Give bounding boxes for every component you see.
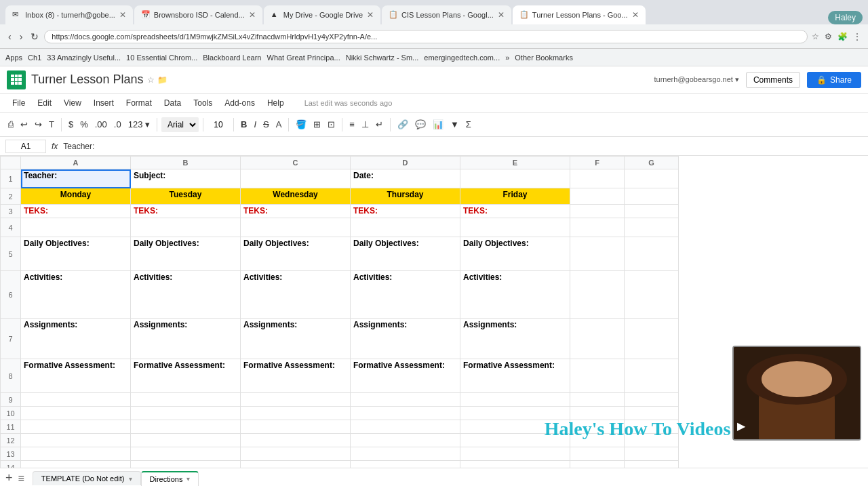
link-button[interactable]: 🔗 bbox=[395, 117, 411, 131]
cell-g2[interactable] bbox=[625, 188, 679, 205]
cell-a5[interactable]: Daily Objectives: bbox=[21, 237, 131, 271]
redo-button[interactable]: ↪ bbox=[32, 117, 45, 131]
col-header-a[interactable]: A bbox=[21, 157, 131, 169]
cell-b8[interactable]: Formative Assessment: bbox=[131, 359, 241, 393]
print-button[interactable]: ⎙ bbox=[5, 117, 16, 131]
cell-d4[interactable] bbox=[351, 218, 460, 237]
cell-g1[interactable] bbox=[625, 169, 679, 188]
menu-format[interactable]: Format bbox=[121, 97, 157, 109]
filter-button[interactable]: ▼ bbox=[448, 117, 462, 131]
cell-a9[interactable] bbox=[21, 393, 131, 407]
menu-data[interactable]: Data bbox=[159, 97, 186, 109]
col-header-f[interactable]: F bbox=[570, 157, 625, 169]
cell-d5[interactable]: Daily Objectives: bbox=[351, 237, 460, 271]
cell-e1[interactable] bbox=[460, 169, 570, 188]
borders-button[interactable]: ⊞ bbox=[311, 117, 323, 131]
menu-view[interactable]: View bbox=[58, 97, 87, 109]
cell-g8[interactable] bbox=[625, 359, 679, 393]
cell-f5[interactable] bbox=[570, 237, 625, 271]
folder-icon[interactable]: 📁 bbox=[157, 75, 167, 85]
cell-g3[interactable] bbox=[625, 205, 679, 218]
menu-file[interactable]: File bbox=[7, 97, 31, 109]
tab-drive[interactable]: ▲ My Drive - Google Drive ✕ bbox=[264, 5, 380, 24]
format-number-button[interactable]: 123 ▾ bbox=[125, 117, 153, 131]
cell-c5[interactable]: Daily Objectives: bbox=[241, 237, 351, 271]
extensions-icon[interactable]: 🧩 bbox=[836, 30, 849, 43]
template-tab-dropdown[interactable]: ▾ bbox=[129, 475, 132, 483]
sheet-list-button[interactable]: ≡ bbox=[18, 472, 24, 485]
tab-close-inbox[interactable]: ✕ bbox=[115, 10, 126, 20]
menu-icon[interactable]: ⋮ bbox=[852, 30, 863, 43]
cell-g6[interactable] bbox=[625, 271, 679, 319]
cell-c6[interactable]: Activities: bbox=[241, 271, 351, 319]
tab-turner[interactable]: 📋 Turner Lesson Plans - Goo... ✕ bbox=[513, 5, 646, 24]
fill-color-button[interactable]: 🪣 bbox=[293, 117, 309, 131]
formula-input[interactable]: Teacher: bbox=[63, 142, 863, 151]
function-button[interactable]: Σ bbox=[463, 117, 474, 131]
cell-e4[interactable] bbox=[460, 218, 570, 237]
cell-c2[interactable]: Wednesday bbox=[241, 188, 351, 205]
cell-f7[interactable] bbox=[570, 319, 625, 359]
add-sheet-button[interactable]: + bbox=[5, 471, 13, 485]
bookmark-icon[interactable]: ☆ bbox=[810, 30, 821, 43]
cell-b4[interactable] bbox=[131, 218, 241, 237]
bookmark-amazingly[interactable]: 33 Amazingly Useful... bbox=[47, 54, 121, 62]
cell-a2[interactable]: Monday bbox=[21, 188, 131, 205]
sheet-tab-directions[interactable]: Directions ▾ bbox=[141, 471, 199, 486]
cell-a8[interactable]: Formative Assessment: bbox=[21, 359, 131, 393]
currency-button[interactable]: $ bbox=[66, 117, 76, 131]
decimal-decrease-button[interactable]: .00 bbox=[92, 117, 110, 131]
cell-e3[interactable]: TEKS: bbox=[460, 205, 570, 218]
cell-f6[interactable] bbox=[570, 271, 625, 319]
bookmark-emerging[interactable]: emergingedtech.com... bbox=[424, 54, 500, 62]
merge-button[interactable]: ⊡ bbox=[325, 117, 338, 131]
wrap-button[interactable]: ↵ bbox=[373, 117, 386, 131]
col-header-d[interactable]: D bbox=[351, 157, 460, 169]
font-selector[interactable]: Arial bbox=[161, 117, 199, 132]
col-header-b[interactable]: B bbox=[131, 157, 241, 169]
cell-e5[interactable]: Daily Objectives: bbox=[460, 237, 570, 271]
undo-button[interactable]: ↩ bbox=[18, 117, 31, 131]
user-email[interactable]: turnerh@gobearsgo.net ▾ bbox=[654, 75, 739, 84]
bookmark-nikki[interactable]: Nikki Schwartz - Sm... bbox=[346, 54, 419, 62]
comment-button[interactable]: 💬 bbox=[412, 117, 429, 131]
cell-g4[interactable] bbox=[625, 218, 679, 237]
cell-a7[interactable]: Assignments: bbox=[21, 319, 131, 359]
tab-close-drive[interactable]: ✕ bbox=[363, 10, 374, 20]
percent-button[interactable]: % bbox=[77, 117, 91, 131]
doc-title[interactable]: Turner Lesson Plans bbox=[31, 73, 143, 87]
cell-d3[interactable]: TEKS: bbox=[351, 205, 460, 218]
cell-a6[interactable]: Activities: bbox=[21, 271, 131, 319]
cell-g7[interactable] bbox=[625, 319, 679, 359]
cell-d6[interactable]: Activities: bbox=[351, 271, 460, 319]
paint-format-button[interactable]: T bbox=[46, 117, 57, 131]
menu-tools[interactable]: Tools bbox=[188, 97, 218, 109]
text-color-button[interactable]: A bbox=[273, 117, 285, 131]
cell-e6[interactable]: Activities: bbox=[460, 271, 570, 319]
cell-f3[interactable] bbox=[570, 205, 625, 218]
cell-c4[interactable] bbox=[241, 218, 351, 237]
cell-e2[interactable]: Friday bbox=[460, 188, 570, 205]
cell-a4[interactable] bbox=[21, 218, 131, 237]
tab-cis[interactable]: 📋 CIS Lesson Plans - Googl... ✕ bbox=[382, 5, 511, 24]
forward-button[interactable]: › bbox=[17, 30, 26, 43]
tab-close-cis[interactable]: ✕ bbox=[494, 10, 505, 20]
back-button[interactable]: ‹ bbox=[5, 30, 14, 43]
cell-b2[interactable]: Tuesday bbox=[131, 188, 241, 205]
cell-d2[interactable]: Thursday bbox=[351, 188, 460, 205]
bookmark-apps[interactable]: Apps bbox=[5, 54, 22, 62]
tab-calendar[interactable]: 📅 Brownsboro ISD - Calend... ✕ bbox=[134, 5, 262, 24]
cell-c8[interactable]: Formative Assessment: bbox=[241, 359, 351, 393]
col-header-c[interactable]: C bbox=[241, 157, 351, 169]
bookmark-blackboard[interactable]: Blackboard Learn bbox=[203, 54, 261, 62]
cell-f1[interactable] bbox=[570, 169, 625, 188]
tab-close-turner[interactable]: ✕ bbox=[628, 10, 639, 20]
cell-a1[interactable]: Teacher: bbox=[21, 169, 131, 188]
italic-button[interactable]: I bbox=[251, 117, 259, 131]
cell-f4[interactable] bbox=[570, 218, 625, 237]
cell-b6[interactable]: Activities: bbox=[131, 271, 241, 319]
reload-button[interactable]: ↻ bbox=[28, 30, 41, 43]
cell-b1[interactable]: Subject: bbox=[131, 169, 241, 188]
cell-c3[interactable]: TEKS: bbox=[241, 205, 351, 218]
cell-c7[interactable]: Assignments: bbox=[241, 319, 351, 359]
